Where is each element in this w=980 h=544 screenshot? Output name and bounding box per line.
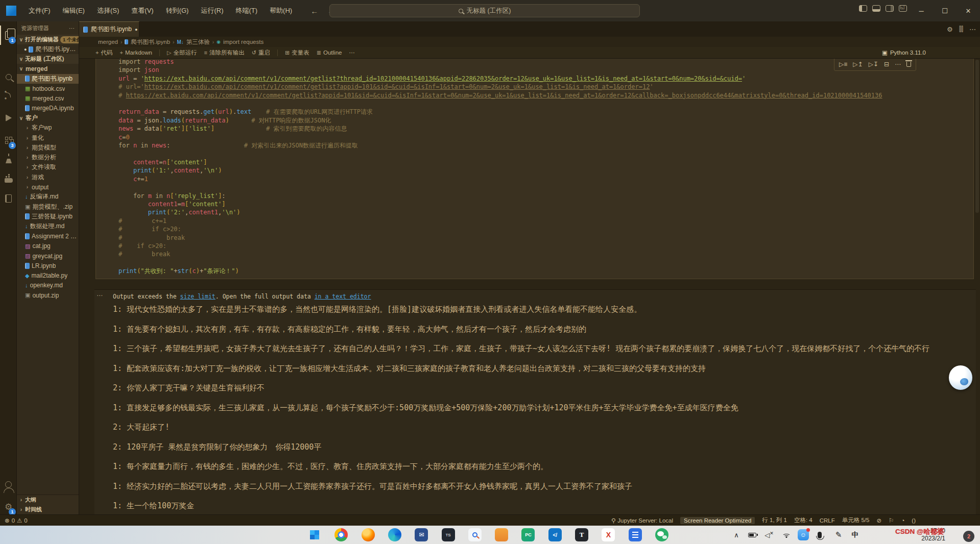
mail-icon[interactable]: ✉ xyxy=(415,528,428,541)
breadcrumb-section[interactable]: 第三体验 xyxy=(186,38,210,46)
close-button[interactable]: ✕ xyxy=(957,0,980,21)
breadcrumb-file[interactable]: 爬书图书.ipynb xyxy=(131,38,170,46)
maximize-button[interactable]: ☐ xyxy=(933,0,957,21)
docs-blue-icon[interactable] xyxy=(629,528,642,541)
tab-dirty-icon[interactable]: ● xyxy=(135,27,137,32)
menu-r[interactable]: 运行(R) xyxy=(195,4,229,18)
menu-v[interactable]: 查看(V) xyxy=(125,4,159,18)
menu-e[interactable]: 编辑(E) xyxy=(57,4,91,18)
code-cell[interactable]: import requests import json url = 'https… xyxy=(95,59,974,279)
cursor-position[interactable]: 行 1, 列 1 xyxy=(762,516,787,524)
edge-icon[interactable] xyxy=(388,528,401,541)
output-more-icon[interactable]: ⋯ xyxy=(97,292,103,299)
customize-layout-icon[interactable] xyxy=(899,5,907,12)
toggle-panel-icon[interactable] xyxy=(872,5,880,12)
problems-indicator[interactable]: ⊗0 ⚠0 xyxy=(5,517,28,524)
cell-position-indicator[interactable]: 单元格 5/5 xyxy=(842,516,870,524)
tree-item-期货模型、.zip[interactable]: ▣期货模型、.zip xyxy=(17,202,79,211)
tree-item-数据分析[interactable]: ›数据分析 xyxy=(17,153,79,162)
split-editor-icon[interactable]: ⫿⫿ xyxy=(959,25,963,33)
toggle-sidebar-icon[interactable] xyxy=(859,5,867,12)
open-editors-header[interactable]: ∨ 打开的编辑器 1 个未保存 xyxy=(17,35,79,44)
wechat-icon[interactable] xyxy=(655,528,668,541)
tree-item-cat.jpg[interactable]: ▨cat.jpg xyxy=(17,241,79,251)
workspace-header[interactable]: ∨ 无标题 (工作区) xyxy=(17,54,79,64)
cell-more-icon[interactable]: ⋯ xyxy=(895,61,901,68)
menu-h[interactable]: 帮助(H) xyxy=(264,4,298,18)
clear-outputs-button[interactable]: ≡清除所有输出 xyxy=(204,49,244,57)
command-center-search[interactable]: 无标题 (工作区) xyxy=(329,4,640,17)
menu-t[interactable]: 终端(T) xyxy=(229,4,264,18)
indentation-indicator[interactable]: 空格: 4 xyxy=(794,516,812,524)
extensions-icon[interactable]: 3 xyxy=(0,131,17,150)
breadcrumb-root[interactable]: merged xyxy=(98,39,118,45)
tree-item-爬书图书.ipynb[interactable]: 爬书图书.ipynb xyxy=(17,74,79,84)
tree-item-output.zip[interactable]: ▣output.zip xyxy=(17,290,79,300)
notebook-icon[interactable] xyxy=(0,189,17,208)
chrome-icon[interactable] xyxy=(334,528,348,541)
run-all-button[interactable]: ▷全部运行 xyxy=(167,49,197,57)
add-markdown-cell-button[interactable]: +Markdown xyxy=(119,50,152,56)
run-by-line-icon[interactable]: ▷≡ xyxy=(839,61,847,68)
sidebar-more-icon[interactable]: ⋯ xyxy=(69,25,75,32)
tree-item-客户wp[interactable]: ›客户wp xyxy=(17,123,79,133)
ts-icon[interactable]: TS xyxy=(442,528,455,541)
variables-button[interactable]: ⊞变量表 xyxy=(285,49,309,57)
ime-indicator[interactable]: 中 xyxy=(849,526,861,544)
open-editor-item[interactable]: ● 爬书图书.ipynb... xyxy=(17,44,79,54)
tree-item-merged[interactable]: ∨merged xyxy=(17,64,79,73)
tree-item-期货模型[interactable]: ›期货模型 xyxy=(17,143,79,153)
notification-badge[interactable]: 2 xyxy=(963,531,974,542)
tray-expand-icon[interactable]: ∧ xyxy=(731,526,742,544)
tree-item-mergeDA.ipynb[interactable]: mergeDA.ipynb xyxy=(17,103,79,113)
tab-more-icon[interactable]: ⋯ xyxy=(969,26,976,33)
tree-item-量化[interactable]: ›量化 xyxy=(17,133,79,142)
typora-icon[interactable]: T xyxy=(575,528,588,541)
source-control-icon[interactable] xyxy=(0,86,17,105)
microphone-icon[interactable] xyxy=(814,526,825,544)
tree-item-openkey.md[interactable]: ↓openkey.md xyxy=(17,281,79,290)
tree-item-mail2table.py[interactable]: ◆mail2table.py xyxy=(17,271,79,281)
red-x-icon[interactable]: X xyxy=(602,528,615,541)
kernel-picker[interactable]: ▣Python 3.11.0 xyxy=(882,49,926,56)
tab-settings-icon[interactable]: ⚙ xyxy=(947,26,953,33)
battery-icon[interactable] xyxy=(747,526,758,544)
files-orange-icon[interactable] xyxy=(495,528,508,541)
minimize-button[interactable]: ─ xyxy=(910,0,933,21)
tree-item-反编译.md[interactable]: ↓反编译.md xyxy=(17,192,79,202)
breadcrumb-cell[interactable]: import requests xyxy=(223,39,264,45)
editor-scrollbar[interactable] xyxy=(975,60,979,213)
firefox-icon[interactable] xyxy=(362,528,375,541)
tree-item-游戏[interactable]: ›游戏 xyxy=(17,172,79,182)
tree-item-hotbook.csv[interactable]: ▦hotbook.csv xyxy=(17,84,79,93)
settings-gear-icon[interactable]: ⚙ 1 xyxy=(0,497,17,516)
tree-item-merged.csv[interactable]: ▦merged.csv xyxy=(17,93,79,103)
brackets-icon[interactable]: () xyxy=(912,517,916,524)
search-tool-icon[interactable] xyxy=(468,528,482,541)
prettier-icon[interactable]: ⊘ xyxy=(876,517,881,524)
eol-indicator[interactable]: CRLF xyxy=(820,517,835,524)
docker-icon[interactable] xyxy=(0,170,17,190)
delete-cell-icon[interactable] xyxy=(906,62,911,67)
text-editor-link[interactable]: in a text editor xyxy=(315,293,371,300)
pen-icon[interactable]: ✎ xyxy=(832,526,845,544)
bell-icon[interactable]: ◔ xyxy=(901,517,904,524)
tree-item-三碧答疑.ipynb[interactable]: 三碧答疑.ipynb xyxy=(17,212,79,221)
bookmark-icon[interactable]: ⚐ xyxy=(889,517,894,524)
account-icon[interactable] xyxy=(0,476,17,495)
run-debug-icon[interactable] xyxy=(0,108,17,128)
nav-back-icon[interactable]: ← xyxy=(310,7,318,15)
toggle-secondary-sidebar-icon[interactable] xyxy=(886,5,894,12)
floating-assistant-ball[interactable] xyxy=(949,365,972,390)
explorer-icon[interactable]: 1 xyxy=(0,26,17,45)
tree-item-output[interactable]: ›output xyxy=(17,182,79,192)
menu-g[interactable]: 转到(G) xyxy=(160,4,195,18)
tree-item-数据处理.md[interactable]: ↓数据处理.md xyxy=(17,221,79,231)
screen-reader-indicator[interactable]: Screen Reader Optimized xyxy=(680,517,755,524)
jupyter-server-indicator[interactable]: ⚲Jupyter Server: Local xyxy=(611,517,673,524)
testing-icon[interactable] xyxy=(0,150,17,169)
execute-above-icon[interactable]: ▷↥ xyxy=(853,61,863,68)
menu-s[interactable]: 选择(S) xyxy=(91,4,125,18)
add-code-cell-button[interactable]: +代码 xyxy=(95,49,112,57)
volume-muted-icon[interactable]: ◁✕ xyxy=(763,526,775,544)
